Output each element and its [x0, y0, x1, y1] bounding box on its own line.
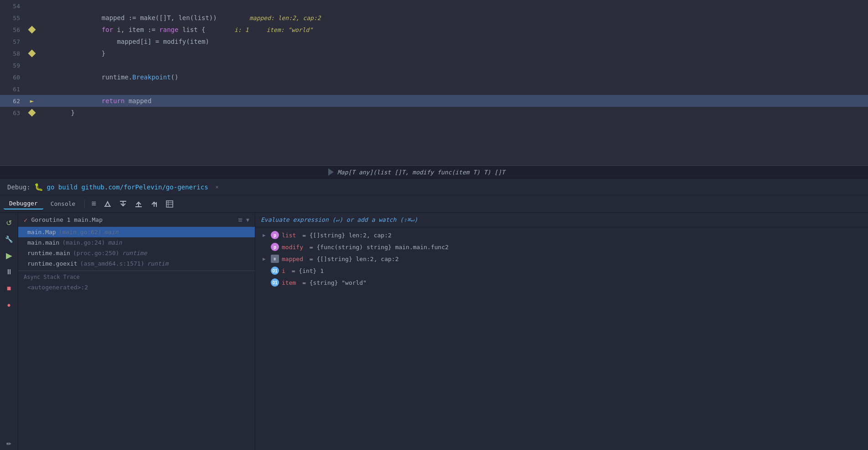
- restart-button[interactable]: ↺: [3, 216, 16, 229]
- code-line-58: 58 }: [0, 47, 868, 59]
- debug-header: Debug: 🐛 go build github.com/forPelevin/…: [0, 178, 868, 195]
- expand-arrow-list: ▶: [263, 232, 268, 238]
- var-equals-item: = {string} "world": [299, 279, 367, 286]
- var-name-i: i: [282, 267, 285, 274]
- frame-context-1: main: [108, 239, 122, 246]
- line-number-62: 62: [0, 98, 27, 105]
- breakpoint-56: [28, 26, 36, 34]
- line-number-57: 57: [0, 38, 27, 45]
- step-out-icon: [134, 200, 143, 208]
- menu-icon: ≡: [91, 199, 96, 209]
- var-badge-i: 01: [271, 267, 279, 275]
- tab-console[interactable]: Console: [45, 199, 81, 209]
- close-debug-button[interactable]: ×: [216, 184, 219, 190]
- menu-icon-button[interactable]: ≡: [88, 197, 99, 210]
- gutter-58: [27, 51, 36, 56]
- var-name-modify: modify: [282, 244, 303, 251]
- var-badge-list: p: [271, 231, 279, 239]
- var-item-modify[interactable]: ▶ p modify = {func(string) string} main.…: [255, 241, 868, 253]
- settings-button[interactable]: 🔧: [3, 233, 16, 246]
- tooltip-arrow-icon: [328, 168, 334, 176]
- mute-button[interactable]: ●: [3, 298, 16, 311]
- check-icon: ✓: [24, 216, 27, 224]
- breakpoint-58: [28, 50, 36, 58]
- line-number-58: 58: [0, 50, 27, 57]
- line-number-55: 55: [0, 15, 27, 21]
- stop-button[interactable]: ■: [3, 282, 16, 295]
- left-action-bar: ↺ 🔧 ▶ ⏸ ■ ● ✏: [0, 213, 18, 450]
- line-number-59: 59: [0, 62, 27, 69]
- frame-context-0: main: [104, 229, 119, 235]
- var-name-mapped: mapped: [282, 256, 303, 262]
- code-lines: 54 55 mapped := make([]T, len(list)) map…: [0, 0, 868, 165]
- svg-rect-5: [166, 201, 173, 207]
- frames-icon: [165, 200, 174, 208]
- expand-arrow-mapped: ▶: [263, 256, 268, 262]
- frame-location-3: (asm_amd64.s:1571): [80, 260, 145, 267]
- pause-button[interactable]: ⏸: [3, 266, 16, 278]
- gutter-62: ►: [27, 97, 36, 105]
- async-trace-label: Async Stack Trace: [18, 271, 255, 282]
- var-equals-modify: = {func(string) string} main.main.func2: [306, 244, 449, 251]
- var-name-list: list: [282, 232, 296, 239]
- var-badge-item: 01: [271, 278, 279, 287]
- var-item-i[interactable]: ▶ 01 i = {int} 1: [255, 265, 868, 277]
- debug-emoji-icon: 🐛: [34, 183, 43, 191]
- resume-button[interactable]: ▶: [3, 249, 16, 262]
- frame-location-2: (proc.go:250): [73, 250, 119, 256]
- toolbar-separator-1: [84, 199, 85, 209]
- code-line-63: 63 }: [0, 107, 868, 119]
- line-number-60: 60: [0, 74, 27, 81]
- step-over-icon: [103, 200, 112, 208]
- goroutine-label: Goroutine 1 main.Map: [31, 216, 103, 223]
- goroutine-header[interactable]: ✓ Goroutine 1 main.Map ≡ ▼: [18, 213, 255, 227]
- bottom-panel: ↺ 🔧 ▶ ⏸ ■ ● ✏ ✓ Goroutine 1 main.Map ≡ ▼…: [0, 213, 868, 450]
- var-item-item[interactable]: ▶ 01 item = {string} "world": [255, 277, 868, 288]
- code-line-60: 60 runtime.Breakpoint(): [0, 71, 868, 83]
- run-to-cursor-button[interactable]: ↓: [147, 198, 161, 210]
- step-out-button[interactable]: [132, 198, 145, 210]
- code-content-63: }: [36, 102, 868, 124]
- frame-context-2: runtime: [122, 250, 147, 256]
- code-editor: 54 55 mapped := make([]T, len(list)) map…: [0, 0, 868, 178]
- step-into-button[interactable]: [116, 198, 130, 210]
- dropdown-arrow-icon: ▼: [246, 217, 249, 223]
- line-number-56: 56: [0, 26, 27, 33]
- breakpoint-63: [28, 109, 36, 117]
- svg-text:↓: ↓: [155, 204, 157, 208]
- var-badge-mapped: ≡: [271, 255, 279, 263]
- var-item-mapped[interactable]: ▶ ≡ mapped = {[]string} len:2, cap:2: [255, 253, 868, 265]
- stack-frame-1[interactable]: main.main (main.go:24) main: [18, 237, 255, 248]
- line-number-54: 54: [0, 3, 27, 10]
- frames-button[interactable]: [163, 198, 176, 210]
- var-badge-modify: p: [271, 243, 279, 251]
- debug-toolbar: Debugger Console ≡ ↓: [0, 195, 868, 213]
- autogenerated-item: <autogenerated>:2: [18, 282, 255, 293]
- frame-name-3: runtime.goexit: [27, 260, 78, 267]
- var-item-list[interactable]: ▶ p list = {[]string} len:2, cap:2: [255, 229, 868, 241]
- var-equals-i: = {int} 1: [288, 267, 324, 274]
- edit-button[interactable]: ✏: [3, 437, 16, 450]
- frame-context-3: runtim: [147, 260, 168, 267]
- debug-session-title: go build github.com/forPelevin/go-generi…: [47, 183, 208, 191]
- stack-frame-2[interactable]: runtime.main (proc.go:250) runtime: [18, 248, 255, 258]
- gutter-56: [27, 27, 36, 32]
- frame-location-0: (main.go:62): [59, 229, 102, 235]
- var-equals-mapped: = {[]string} len:2, cap:2: [306, 256, 399, 262]
- stack-frame-3[interactable]: runtime.goexit (asm_amd64.s:1571) runtim: [18, 258, 255, 269]
- variable-list: ▶ p list = {[]string} len:2, cap:2 ▶ p m…: [255, 227, 868, 450]
- frame-name-2: runtime.main: [27, 250, 70, 256]
- tooltip-bar: Map[T any](list []T, modify func(item T)…: [0, 165, 868, 178]
- run-to-cursor-icon: ↓: [150, 200, 158, 208]
- tab-debugger[interactable]: Debugger: [4, 198, 43, 209]
- line-number-61: 61: [0, 86, 27, 93]
- list-icon: ≡: [238, 215, 243, 224]
- frame-name-0: main.Map: [27, 229, 56, 235]
- step-over-button[interactable]: [101, 198, 114, 210]
- eval-bar[interactable]: Evaluate expression (↵) or add a watch (…: [255, 213, 868, 227]
- variables-panel: Evaluate expression (↵) or add a watch (…: [255, 213, 868, 450]
- frame-location-1: (main.go:24): [62, 239, 105, 246]
- var-name-item: item: [282, 279, 296, 286]
- var-equals-list: = {[]string} len:2, cap:2: [299, 232, 392, 239]
- stack-frame-0[interactable]: main.Map (main.go:62) main: [18, 227, 255, 237]
